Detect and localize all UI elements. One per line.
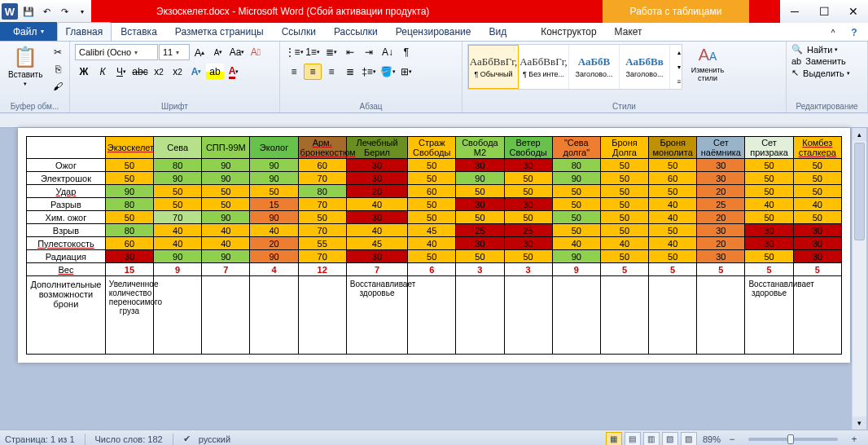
table-cell[interactable] [552, 276, 600, 355]
table-cell[interactable]: 30 [793, 237, 841, 250]
spell-icon[interactable]: ✔ [183, 434, 191, 444]
table-cell[interactable]: 70 [154, 211, 202, 224]
table-cell[interactable]: 80 [552, 159, 600, 172]
table-cell[interactable]: 30 [745, 237, 793, 250]
table-cell[interactable]: 50 [202, 185, 250, 198]
table-cell[interactable]: 50 [552, 224, 600, 237]
table-cell[interactable]: 50 [600, 185, 648, 198]
font-name-combo[interactable]: Calibri (Осно▾ [75, 44, 158, 60]
select-button[interactable]: ↖ Выделить▾ [791, 68, 850, 78]
table-cell[interactable]: 50 [408, 211, 456, 224]
paste-button[interactable]: 📋 Вставить ▾ [5, 44, 46, 89]
table-cell[interactable]: 40 [649, 237, 697, 250]
table-cell[interactable]: 4 [250, 263, 298, 276]
table-cell[interactable]: 40 [346, 224, 407, 237]
table-cell[interactable]: 3 [504, 263, 552, 276]
tab-mailings[interactable]: Рассылки [325, 22, 387, 41]
sort[interactable]: A↓ [379, 44, 397, 60]
cut-button[interactable]: ✂ [49, 44, 67, 60]
style-no-spacing[interactable]: АаБбВвГг,¶ Без инте... [519, 45, 569, 89]
table-cell[interactable] [600, 276, 648, 355]
table-cell[interactable]: 25 [697, 198, 745, 211]
table-cell[interactable]: 50 [456, 250, 504, 263]
table-cell[interactable]: 50 [745, 172, 793, 185]
table-cell[interactable]: 30 [793, 250, 841, 263]
table-cell[interactable]: 70 [298, 172, 346, 185]
table-cell[interactable]: 45 [408, 224, 456, 237]
table-cell[interactable]: 80 [154, 159, 202, 172]
table-cell[interactable]: 50 [793, 159, 841, 172]
table-cell[interactable] [250, 276, 298, 355]
table-cell[interactable]: 40 [552, 237, 600, 250]
align-left[interactable]: ≡ [285, 64, 303, 80]
align-center[interactable]: ≡ [304, 64, 322, 80]
highlight[interactable]: ab [206, 64, 224, 80]
table-cell[interactable]: 30 [105, 250, 153, 263]
qat-customize[interactable]: ▾ [73, 2, 91, 20]
table-cell[interactable]: 30 [456, 237, 504, 250]
tab-page-layout[interactable]: Разметка страницы [166, 22, 273, 41]
maximize-button[interactable]: ☐ [809, 1, 839, 22]
table-cell[interactable]: 50 [745, 159, 793, 172]
table-cell[interactable]: 9 [154, 263, 202, 276]
minimize-ribbon[interactable]: ^ [824, 24, 842, 41]
change-case[interactable]: Aa▾ [228, 44, 246, 60]
tab-insert[interactable]: Вставка [112, 22, 166, 41]
table-cell[interactable]: 60 [298, 159, 346, 172]
table-cell[interactable]: 15 [250, 198, 298, 211]
table-cell[interactable]: 40 [649, 211, 697, 224]
table-cell[interactable]: 30 [346, 159, 407, 172]
table-cell[interactable]: 20 [697, 185, 745, 198]
table-cell[interactable] [298, 276, 346, 355]
table-cell[interactable]: 30 [504, 159, 552, 172]
table-cell[interactable]: 30 [346, 250, 407, 263]
table-cell[interactable]: 90 [456, 172, 504, 185]
subscript[interactable]: x2 [150, 64, 168, 80]
table-cell[interactable]: 50 [154, 185, 202, 198]
table-cell[interactable]: 50 [456, 211, 504, 224]
table-cell[interactable]: 50 [504, 172, 552, 185]
table-cell[interactable]: 50 [298, 211, 346, 224]
zoom-out[interactable]: − [723, 431, 741, 446]
underline-button[interactable]: Ч▾ [112, 64, 130, 80]
style-gallery[interactable]: АаБбВвГг,¶ Обычный АаБбВвГг,¶ Без инте..… [467, 44, 682, 90]
vertical-scrollbar[interactable]: ▴ ▾ [852, 128, 866, 430]
table-cell[interactable]: 90 [105, 185, 153, 198]
table-cell[interactable]: 30 [745, 224, 793, 237]
table-cell[interactable]: 40 [250, 224, 298, 237]
table-cell[interactable]: 30 [697, 250, 745, 263]
table-cell[interactable]: 30 [456, 159, 504, 172]
table-cell[interactable]: 30 [697, 159, 745, 172]
clear-format[interactable]: A⃠ [247, 44, 265, 60]
table-cell[interactable]: 90 [154, 250, 202, 263]
table-cell[interactable]: 5 [649, 263, 697, 276]
strike-button[interactable]: abc [131, 64, 149, 80]
table-cell[interactable]: 70 [298, 250, 346, 263]
table-cell[interactable]: 50 [105, 159, 153, 172]
change-styles[interactable]: AA Изменить стили [686, 44, 730, 84]
table-cell[interactable]: 9 [552, 263, 600, 276]
qat-redo[interactable]: ↷ [55, 2, 73, 20]
table-cell[interactable]: 60 [649, 172, 697, 185]
table-cell[interactable]: 45 [346, 237, 407, 250]
table-cell[interactable]: 90 [202, 211, 250, 224]
tab-references[interactable]: Ссылки [273, 22, 325, 41]
table-cell[interactable]: 40 [408, 237, 456, 250]
superscript[interactable]: x2 [169, 64, 186, 80]
zoom-level[interactable]: 89% [703, 434, 721, 444]
table-cell[interactable] [504, 276, 552, 355]
replace-button[interactable]: ab Заменить [791, 56, 846, 66]
table-cell[interactable]: 12 [298, 263, 346, 276]
table-cell[interactable]: 30 [697, 172, 745, 185]
bold-button[interactable]: Ж [75, 64, 93, 80]
tab-view[interactable]: Вид [480, 22, 515, 41]
table-cell[interactable]: 50 [793, 172, 841, 185]
zoom-in[interactable]: + [845, 431, 863, 446]
table-cell[interactable]: 40 [202, 237, 250, 250]
table-cell[interactable]: 40 [346, 198, 407, 211]
table-cell[interactable]: 30 [793, 224, 841, 237]
table-cell[interactable]: 7 [346, 263, 407, 276]
table-cell[interactable]: 60 [105, 237, 153, 250]
line-spacing[interactable]: ‡≡▾ [360, 64, 378, 80]
table-cell[interactable]: 50 [793, 211, 841, 224]
